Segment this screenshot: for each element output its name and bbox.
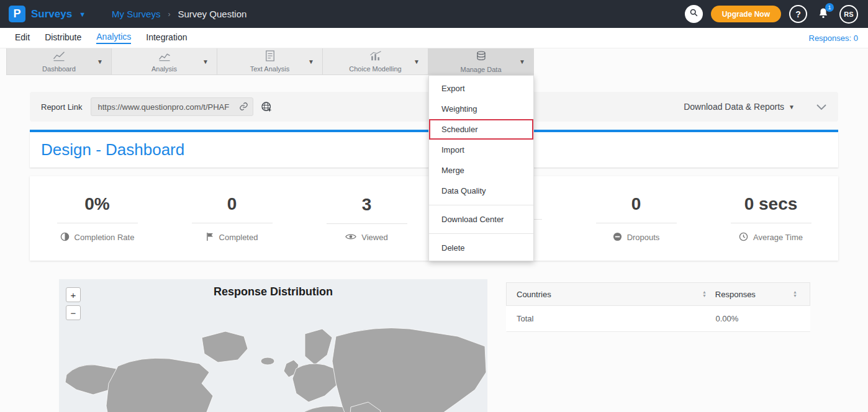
chevron-down-icon: ▼: [519, 58, 525, 65]
topbar-actions: Upgrade Now ? 1 RS: [685, 5, 868, 24]
stat-label-text: Completion Rate: [75, 233, 135, 242]
page-title: Design - Dashboard: [41, 140, 184, 159]
breadcrumb-current: Survey Question: [178, 9, 246, 19]
report-url-wrap: [91, 97, 253, 116]
tab-dashboard[interactable]: Dashboard ▼: [6, 48, 112, 74]
screen: P Surveys ▼ My Surveys › Survey Question…: [0, 0, 868, 412]
tab-manage-data[interactable]: Manage Data ▼: [428, 48, 534, 74]
chevron-down-icon: ▼: [789, 104, 795, 110]
breadcrumb: My Surveys › Survey Question: [112, 9, 246, 19]
zoom-in-button[interactable]: +: [66, 287, 81, 302]
search-button[interactable]: [685, 5, 703, 23]
download-data-reports-dropdown[interactable]: Download Data & Reports ▼: [684, 102, 795, 112]
tab-analysis[interactable]: Analysis ▼: [112, 48, 217, 74]
stat-completion-rate: 0% Completion Rate: [30, 194, 165, 243]
menu-item-download-center[interactable]: Download Center: [429, 209, 533, 230]
tab-label: Dashboard: [42, 65, 76, 73]
eye-icon: [345, 233, 356, 243]
link-icon[interactable]: [239, 102, 248, 114]
column-header-responses[interactable]: Responses: [715, 290, 756, 299]
notification-badge: 1: [825, 3, 834, 12]
stat-label-text: Dropouts: [627, 233, 660, 242]
table-row: Total 0.00%: [506, 306, 810, 332]
chevron-down-icon: ▼: [414, 58, 420, 65]
cell-responses: 0.00%: [716, 314, 739, 323]
brand-label: Surveys: [31, 8, 72, 20]
chevron-down-icon: ▼: [79, 11, 86, 18]
notifications-button[interactable]: 1: [815, 5, 831, 23]
menu-item-scheduler[interactable]: Scheduler: [429, 119, 533, 140]
menu-item-analytics[interactable]: Analytics: [96, 32, 131, 44]
stat-viewed: 3 Viewed: [299, 195, 434, 243]
database-icon: [476, 50, 487, 65]
breadcrumb-my-surveys[interactable]: My Surveys: [112, 9, 160, 19]
manage-data-dropdown: Export Weighting Scheduler Import Merge …: [428, 75, 534, 261]
questionpro-logo: P: [9, 6, 25, 22]
countries-table-header: Countries ▲▼ Responses ▲▼: [506, 282, 810, 306]
help-button[interactable]: ?: [789, 5, 807, 23]
stat-average-time: 0 secs Average Time: [703, 194, 838, 243]
chart-icon: [369, 51, 382, 64]
stat-value: 0 secs: [731, 194, 811, 223]
menu-item-weighting[interactable]: Weighting: [429, 99, 533, 119]
stat-label-text: Average Time: [753, 233, 803, 242]
menu-item-merge[interactable]: Merge: [429, 160, 533, 181]
half-circle-icon: [60, 232, 70, 243]
sort-icon[interactable]: ▲▼: [702, 290, 707, 298]
menu-item-integration[interactable]: Integration: [146, 32, 187, 43]
analytics-toolbar: Dashboard ▼ Analysis ▼ Text Analysis ▼ C…: [6, 48, 534, 75]
band-right: Download Data & Reports ▼: [684, 102, 827, 112]
tab-choice-modelling[interactable]: Choice Modelling ▼: [323, 48, 428, 74]
avatar[interactable]: RS: [839, 5, 858, 24]
globe-icon[interactable]: [261, 101, 273, 113]
stat-value: 0: [192, 194, 273, 223]
line-chart-icon: [52, 51, 66, 64]
sort-icon[interactable]: ▲▼: [793, 290, 797, 298]
topbar: P Surveys ▼ My Surveys › Survey Question…: [0, 0, 868, 28]
minus-circle-icon: [613, 232, 622, 243]
tab-label: Manage Data: [460, 66, 501, 73]
countries-table: Countries ▲▼ Responses ▲▼ Total 0.00%: [506, 282, 810, 332]
zoom-out-button[interactable]: −: [66, 305, 81, 320]
stat-completed: 0 Completed: [165, 194, 299, 243]
menu-divider: [429, 233, 533, 234]
document-icon: [265, 50, 275, 64]
stat-value: 0%: [57, 194, 138, 223]
world-map: [59, 302, 487, 412]
menu-item-delete[interactable]: Delete: [429, 238, 533, 258]
chevron-down-icon: ▼: [308, 58, 314, 65]
surveys-menu[interactable]: P Surveys ▼: [0, 0, 94, 28]
menu-item-edit[interactable]: Edit: [15, 32, 30, 43]
help-icon: ?: [795, 9, 801, 19]
menu-item-data-quality[interactable]: Data Quality: [429, 181, 533, 201]
flag-icon: [206, 232, 214, 243]
map-zoom-controls: + −: [66, 287, 81, 320]
breadcrumb-separator-icon: ›: [168, 10, 170, 19]
tab-label: Choice Modelling: [349, 65, 401, 73]
tab-label: Text Analysis: [250, 65, 290, 73]
stat-value: 3: [327, 195, 407, 224]
menubar: Edit Distribute Analytics Integration Re…: [0, 28, 868, 48]
menu-item-import[interactable]: Import: [429, 140, 533, 160]
clock-icon: [739, 232, 748, 243]
tab-label: Analysis: [151, 65, 177, 73]
responses-count[interactable]: Responses: 0: [809, 34, 859, 43]
search-icon: [689, 8, 698, 20]
collapse-chevron-icon[interactable]: [816, 104, 827, 110]
tab-text-analysis[interactable]: Text Analysis ▼: [217, 48, 323, 74]
report-link-label: Report Link: [41, 102, 82, 112]
stat-dropouts: 0 Dropouts: [569, 194, 703, 243]
menu-item-distribute[interactable]: Distribute: [45, 32, 81, 43]
download-label: Download Data & Reports: [684, 102, 784, 112]
report-url-input[interactable]: [91, 97, 253, 116]
menu-item-export[interactable]: Export: [429, 78, 533, 99]
chevron-down-icon: ▼: [202, 58, 209, 65]
menu-divider: [429, 205, 533, 205]
stat-label-text: Completed: [219, 233, 258, 242]
response-distribution-map[interactable]: Response Distribution + −: [59, 279, 487, 412]
column-header-countries[interactable]: Countries: [517, 290, 551, 299]
line-chart-icon: [158, 51, 171, 64]
cell-country: Total: [517, 314, 533, 323]
map-title: Response Distribution: [59, 285, 487, 298]
upgrade-now-button[interactable]: Upgrade Now: [711, 6, 781, 22]
